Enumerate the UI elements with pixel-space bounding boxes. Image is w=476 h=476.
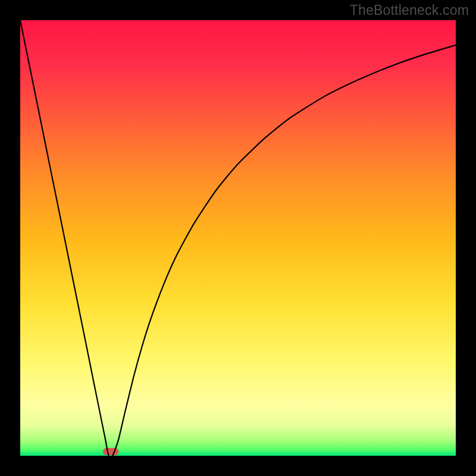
plot-background (20, 20, 456, 456)
watermark-text: TheBottleneck.com (350, 2, 469, 18)
chart-frame: TheBottleneck.com (0, 0, 476, 476)
bottleneck-chart (0, 0, 476, 476)
optimal-marker (103, 448, 118, 455)
